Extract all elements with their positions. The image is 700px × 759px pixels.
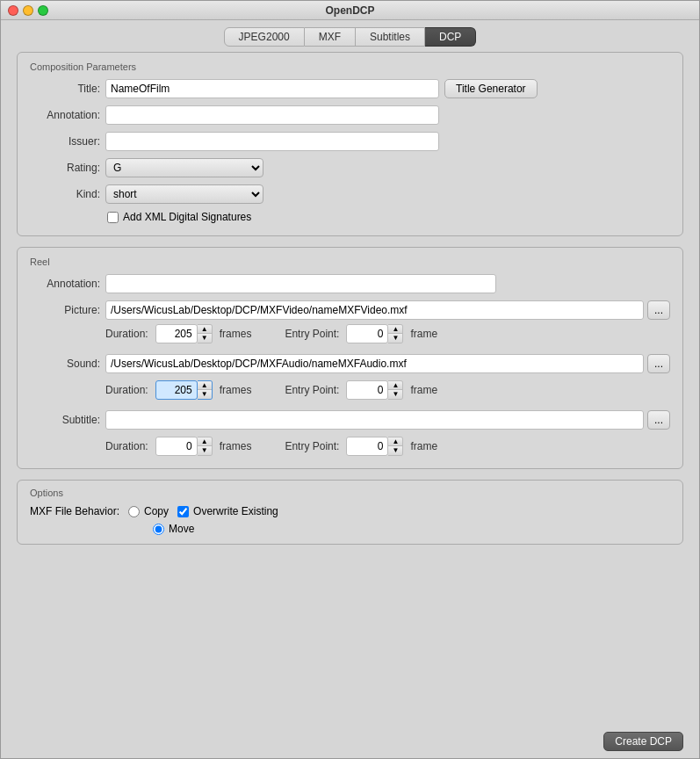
- picture-duration-arrows: ▲ ▼: [198, 324, 213, 343]
- subtitle-label: Subtitle:: [30, 414, 100, 426]
- sound-frame-label: frame: [410, 384, 437, 396]
- subtitle-browse-button[interactable]: ...: [647, 410, 670, 430]
- subtitle-entry-up[interactable]: ▲: [388, 437, 402, 446]
- picture-browse-button[interactable]: ...: [647, 300, 670, 320]
- picture-duration-label: Duration:: [105, 328, 148, 340]
- bottom-bar: Create DCP: [1, 725, 699, 758]
- sound-duration-row: Duration: ▲ ▼ frames Entry Point: ▲ ▼: [105, 380, 670, 400]
- sound-row: Sound: ...: [30, 354, 670, 373]
- subtitle-duration-arrows: ▲ ▼: [198, 437, 213, 456]
- minimize-button[interactable]: [23, 5, 33, 16]
- mxf-behavior-label: MXF File Behavior:: [30, 505, 119, 517]
- reel-annotation-row: Annotation:: [30, 274, 670, 293]
- subtitle-frames-label: frames: [220, 440, 252, 452]
- move-radio-group: Move: [153, 523, 194, 535]
- subtitle-duration-up[interactable]: ▲: [198, 437, 212, 446]
- sound-entry-label: Entry Point:: [285, 384, 339, 396]
- subtitle-duration-label: Duration:: [105, 440, 148, 452]
- subtitle-duration-row: Duration: ▲ ▼ frames Entry Point: ▲ ▼: [105, 437, 670, 456]
- subtitle-entry-label: Entry Point:: [285, 440, 339, 452]
- traffic-lights: [8, 5, 48, 16]
- tab-jpeg2000[interactable]: JPEG2000: [224, 27, 305, 47]
- maximize-button[interactable]: [38, 5, 48, 16]
- picture-duration-input[interactable]: [155, 324, 198, 343]
- sound-duration-spinner: ▲ ▼: [155, 380, 213, 400]
- copy-label: Copy: [144, 505, 169, 517]
- kind-row: Kind: short feature trailer test transit…: [30, 184, 670, 204]
- close-button[interactable]: [8, 5, 18, 16]
- issuer-input[interactable]: [105, 132, 439, 151]
- xml-sig-checkbox[interactable]: [107, 212, 119, 223]
- sound-label: Sound:: [30, 358, 100, 370]
- reel-annotation-label: Annotation:: [30, 278, 100, 290]
- issuer-label: Issuer:: [30, 135, 100, 148]
- move-row: Move: [153, 523, 670, 535]
- picture-path-input[interactable]: [105, 300, 644, 320]
- subtitle-path-input[interactable]: [105, 410, 644, 430]
- subtitle-entry-spinner: ▲ ▼: [346, 437, 403, 456]
- sound-path-input[interactable]: [105, 354, 644, 373]
- subtitle-frame-label: frame: [410, 440, 437, 452]
- options-section: Options MXF File Behavior: Copy Overwrit…: [17, 480, 683, 545]
- title-label: Title:: [30, 83, 100, 95]
- issuer-row: Issuer:: [30, 132, 670, 151]
- overwrite-checkbox[interactable]: [177, 506, 189, 517]
- picture-entry-down[interactable]: ▼: [388, 334, 402, 343]
- sound-frames-label: frames: [220, 384, 252, 396]
- picture-frame-label: frame: [410, 328, 437, 340]
- rating-row: Rating: G PG PG-13 R NC-17: [30, 158, 670, 177]
- composition-section-label: Composition Parameters: [30, 61, 670, 72]
- create-dcp-button[interactable]: Create DCP: [603, 732, 683, 751]
- title-generator-button[interactable]: Title Generator: [444, 79, 538, 98]
- kind-label: Kind:: [30, 188, 100, 200]
- composition-section: Composition Parameters Title: Title Gene…: [17, 52, 683, 236]
- picture-entry-label: Entry Point:: [285, 328, 339, 340]
- tab-subtitles[interactable]: Subtitles: [356, 27, 425, 47]
- xml-sig-row: Add XML Digital Signatures: [107, 211, 670, 223]
- picture-duration-up[interactable]: ▲: [198, 325, 212, 334]
- sound-duration-label: Duration:: [105, 384, 148, 396]
- sound-entry-up[interactable]: ▲: [388, 381, 402, 390]
- subtitle-duration-input[interactable]: [155, 437, 198, 456]
- annotation-input[interactable]: [105, 105, 439, 125]
- sound-duration-down[interactable]: ▼: [198, 390, 212, 399]
- overwrite-label: Overwrite Existing: [193, 505, 278, 517]
- picture-entry-spinner: ▲ ▼: [346, 324, 403, 343]
- picture-entry-arrows: ▲ ▼: [388, 324, 403, 343]
- copy-radio[interactable]: [128, 506, 140, 517]
- title-input[interactable]: [105, 79, 439, 98]
- sound-duration-up[interactable]: ▲: [198, 381, 212, 390]
- reel-annotation-input[interactable]: [105, 274, 496, 293]
- move-label: Move: [169, 523, 194, 535]
- sound-entry-down[interactable]: ▼: [388, 390, 402, 399]
- sound-duration-input[interactable]: [155, 380, 198, 400]
- options-section-label: Options: [30, 488, 670, 498]
- reel-section: Reel Annotation: Picture: ... Duration:: [17, 247, 683, 469]
- picture-duration-down[interactable]: ▼: [198, 334, 212, 343]
- tab-bar: JPEG2000 MXF Subtitles DCP: [1, 20, 699, 52]
- main-window: OpenDCP JPEG2000 MXF Subtitles DCP Compo…: [0, 0, 700, 759]
- annotation-row: Annotation:: [30, 105, 670, 125]
- tab-dcp[interactable]: DCP: [425, 27, 476, 47]
- copy-radio-group: Copy: [128, 505, 169, 517]
- sound-browse-button[interactable]: ...: [647, 354, 670, 373]
- subtitle-entry-down[interactable]: ▼: [388, 446, 402, 455]
- subtitle-entry-arrows: ▲ ▼: [388, 437, 403, 456]
- title-row: Title: Title Generator: [30, 79, 670, 98]
- rating-select[interactable]: G PG PG-13 R NC-17: [105, 158, 263, 177]
- kind-select[interactable]: short feature trailer test transitional …: [105, 184, 263, 204]
- mxf-behavior-row: MXF File Behavior: Copy Overwrite Existi…: [30, 505, 670, 517]
- tab-mxf[interactable]: MXF: [305, 27, 356, 47]
- sound-duration-arrows: ▲ ▼: [198, 380, 213, 400]
- picture-frames-label: frames: [220, 328, 252, 340]
- picture-entry-input[interactable]: [346, 324, 388, 343]
- overwrite-checkbox-group: Overwrite Existing: [177, 505, 278, 517]
- subtitle-entry-input[interactable]: [346, 437, 388, 456]
- picture-row: Picture: ...: [30, 300, 670, 320]
- move-radio[interactable]: [153, 524, 164, 535]
- rating-label: Rating:: [30, 162, 100, 174]
- window-title: OpenDCP: [325, 4, 374, 17]
- picture-entry-up[interactable]: ▲: [388, 325, 402, 334]
- sound-entry-input[interactable]: [346, 380, 388, 400]
- subtitle-duration-down[interactable]: ▼: [198, 446, 212, 455]
